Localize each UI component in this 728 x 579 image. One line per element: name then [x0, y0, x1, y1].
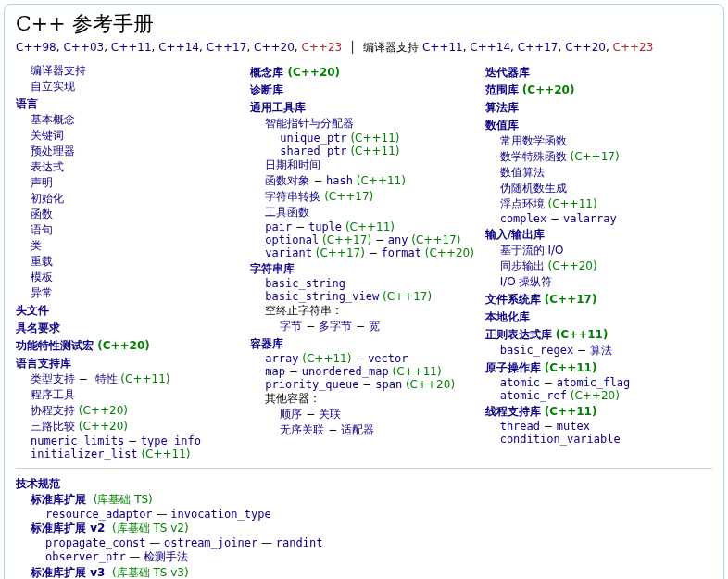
- link-basic-string-view[interactable]: basic_string_view: [265, 290, 379, 303]
- link-tech-specs[interactable]: 技术规范: [16, 477, 60, 490]
- link-sequence[interactable]: 顺序: [280, 408, 302, 421]
- link-language[interactable]: 语言: [16, 97, 38, 110]
- link-algorithms[interactable]: 算法库: [485, 101, 519, 114]
- link-regex-algo[interactable]: 算法: [590, 344, 612, 357]
- link-unique-ptr[interactable]: unique_ptr: [280, 132, 346, 145]
- link-type-info[interactable]: type_info: [141, 434, 201, 447]
- link-complex[interactable]: complex: [500, 212, 547, 225]
- rev-c23[interactable]: C++23: [301, 41, 342, 54]
- link-pair[interactable]: pair: [265, 220, 292, 233]
- link-randint[interactable]: randint: [276, 536, 323, 549]
- link-expressions[interactable]: 表达式: [31, 160, 64, 173]
- link-containers[interactable]: 容器库: [250, 337, 283, 350]
- link-functions[interactable]: 函数: [31, 208, 53, 220]
- link-any[interactable]: any: [388, 233, 408, 246]
- rev-c17[interactable]: C++17: [207, 41, 247, 54]
- link-iomanip[interactable]: I/O 操纵符: [500, 275, 553, 288]
- link-optional[interactable]: optional: [265, 233, 319, 246]
- link-assoc[interactable]: 关联: [319, 408, 341, 421]
- link-valarray[interactable]: valarray: [563, 212, 617, 225]
- link-adapters[interactable]: 适配器: [341, 423, 374, 436]
- link-format[interactable]: format: [382, 246, 421, 259]
- link-basic[interactable]: 基本概念: [31, 113, 75, 126]
- link-language-support[interactable]: 语言支持库: [16, 357, 71, 370]
- link-initialization[interactable]: 初始化: [31, 192, 64, 205]
- link-libext[interactable]: 标准库扩展: [31, 493, 86, 506]
- link-headers[interactable]: 头文件: [16, 304, 49, 317]
- link-multibyte[interactable]: 多字节: [319, 320, 352, 333]
- rev-c11[interactable]: C++11: [111, 41, 152, 54]
- rev-c98[interactable]: C++98: [16, 41, 56, 54]
- rev-c14[interactable]: C++14: [158, 41, 199, 54]
- link-vector[interactable]: vector: [368, 352, 408, 365]
- link-detect[interactable]: 检测手法: [144, 550, 188, 563]
- link-ranges-lib[interactable]: 范围库: [485, 83, 519, 96]
- link-smart-ptr[interactable]: 智能指针与分配器: [265, 117, 354, 130]
- link-shared-ptr[interactable]: shared_ptr: [280, 145, 346, 157]
- link-strconv[interactable]: 字符串转换: [265, 190, 320, 203]
- link-special-math[interactable]: 数学特殊函数: [500, 150, 567, 163]
- link-array[interactable]: array: [265, 352, 298, 365]
- link-wide[interactable]: 宽: [369, 320, 380, 333]
- link-type-support[interactable]: 类型支持: [31, 372, 75, 385]
- rev-c03[interactable]: C++03: [63, 41, 104, 54]
- link-feature-test[interactable]: 功能特性测试宏: [16, 339, 94, 352]
- link-funcobj[interactable]: 函数对象: [265, 174, 309, 187]
- link-numeric-algo[interactable]: 数值算法: [500, 166, 545, 179]
- link-program-util[interactable]: 程序工具: [31, 388, 75, 401]
- link-classes[interactable]: 类: [31, 239, 42, 252]
- link-io-lib[interactable]: 输入/输出库: [485, 228, 545, 241]
- cs-c11[interactable]: C++11: [422, 41, 463, 54]
- link-byte[interactable]: 字节: [280, 320, 302, 333]
- link-hash[interactable]: hash: [326, 174, 353, 187]
- link-ostream-joiner[interactable]: ostream_joiner: [164, 536, 257, 549]
- link-diagnostics[interactable]: 诊断库: [250, 83, 283, 96]
- link-variant[interactable]: variant: [265, 246, 312, 259]
- link-basic-regex[interactable]: basic_regex: [500, 344, 573, 357]
- cs-c14[interactable]: C++14: [470, 41, 510, 54]
- link-common-math[interactable]: 常用数学函数: [500, 134, 567, 147]
- link-stream-io[interactable]: 基于流的 I/O: [500, 244, 564, 257]
- link-map[interactable]: map: [265, 365, 285, 378]
- link-coroutine[interactable]: 协程支持: [31, 404, 75, 417]
- link-atomic-ref[interactable]: atomic_ref: [500, 389, 567, 402]
- link-numeric-limits[interactable]: numeric_limits: [31, 434, 124, 447]
- cs-c20[interactable]: C++20: [565, 41, 606, 54]
- link-fenv[interactable]: 浮点环境: [500, 197, 545, 210]
- link-observer-ptr[interactable]: observer_ptr: [45, 550, 126, 563]
- cs-c17[interactable]: C++17: [518, 41, 559, 54]
- link-exceptions[interactable]: 异常: [31, 286, 53, 299]
- link-libext2[interactable]: 标准库扩展 v2: [31, 522, 105, 535]
- link-thread-lib[interactable]: 线程支持库: [485, 405, 541, 418]
- link-invocation-type[interactable]: invocation_type: [170, 508, 270, 521]
- link-regex[interactable]: 正则表达式库: [485, 328, 552, 341]
- link-thread[interactable]: thread: [500, 420, 540, 433]
- rev-c20[interactable]: C++20: [254, 41, 295, 54]
- link-priority-queue[interactable]: priority_queue: [265, 378, 358, 391]
- link-tuple[interactable]: tuple: [308, 220, 342, 233]
- link-atomic-lib[interactable]: 原子操作库: [485, 361, 541, 374]
- link-strings[interactable]: 字符串库: [250, 262, 295, 275]
- link-mutex[interactable]: mutex: [557, 420, 590, 433]
- link-three-way[interactable]: 三路比较: [31, 420, 75, 433]
- link-named-req[interactable]: 具名要求: [16, 321, 60, 334]
- link-overloading[interactable]: 重载: [31, 255, 53, 268]
- link-declarations[interactable]: 声明: [31, 176, 53, 189]
- link-localization[interactable]: 本地化库: [485, 310, 530, 323]
- link-sync-output[interactable]: 同步输出: [500, 259, 545, 272]
- link-resource-adaptor[interactable]: resource_adaptor: [45, 508, 153, 521]
- link-numerics[interactable]: 数值库: [485, 119, 519, 132]
- link-keywords[interactable]: 关键词: [31, 129, 64, 142]
- link-preprocessor[interactable]: 预处理器: [31, 145, 75, 157]
- cs-c23[interactable]: C++23: [613, 41, 654, 54]
- link-unordered-map[interactable]: unordered_map: [302, 365, 389, 378]
- link-traits[interactable]: 特性: [95, 372, 118, 385]
- link-concepts-lib[interactable]: 概念库: [250, 66, 283, 79]
- link-condition-variable[interactable]: condition_variable: [500, 433, 621, 446]
- link-freestanding[interactable]: 自立实现: [31, 80, 75, 93]
- link-statements[interactable]: 语句: [31, 223, 53, 236]
- link-initializer-list[interactable]: initializer_list: [31, 447, 138, 460]
- link-iterator-lib[interactable]: 迭代器库: [485, 66, 530, 79]
- link-utilities[interactable]: 通用工具库: [250, 101, 306, 114]
- link-unord-assoc[interactable]: 无序关联: [280, 423, 324, 436]
